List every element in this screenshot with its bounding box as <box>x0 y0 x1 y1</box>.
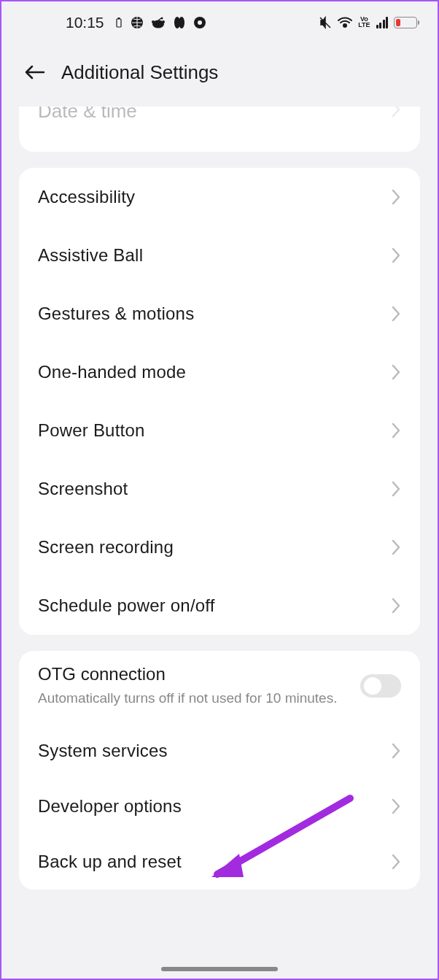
svg-point-11 <box>343 24 346 27</box>
settings-group-1: Accessibility Assistive Ball Gestures & … <box>19 168 420 635</box>
row-desc: Automatically turns off if not used for … <box>38 689 346 709</box>
mute-icon <box>319 16 332 29</box>
chevron-right-icon <box>391 597 401 614</box>
row-gestures[interactable]: Gestures & motions <box>19 285 420 343</box>
status-left: 10:15 <box>66 14 206 31</box>
row-label: Screen recording <box>38 537 174 557</box>
row-label: Date & time <box>38 107 137 123</box>
row-power-button[interactable]: Power Button <box>19 401 420 460</box>
status-time: 10:15 <box>66 14 104 31</box>
svg-point-8 <box>179 17 184 28</box>
row-system-services[interactable]: System services <box>19 723 420 779</box>
row-otg-text: OTG connection Automatically turns off i… <box>38 664 360 709</box>
chevron-right-icon <box>391 422 401 439</box>
row-assistive-ball[interactable]: Assistive Ball <box>19 226 420 285</box>
svg-point-10 <box>198 20 202 25</box>
settings-content: Date & time Accessibility Assistive Ball… <box>1 107 438 890</box>
toggle-knob <box>364 677 381 695</box>
chevron-right-icon <box>391 853 401 871</box>
signal-icon <box>376 17 389 28</box>
row-screen-recording[interactable]: Screen recording <box>19 518 420 576</box>
chevron-right-icon <box>391 742 401 760</box>
reddit-icon <box>151 17 166 28</box>
status-bar: 10:15 VoLTE <box>1 1 438 44</box>
status-right: VoLTE <box>319 16 417 29</box>
row-otg: OTG connection Automatically turns off i… <box>19 651 420 723</box>
charging-icon <box>114 18 123 28</box>
row-label: Accessibility <box>38 187 135 207</box>
row-label: System services <box>38 741 168 761</box>
svg-point-5 <box>162 20 165 23</box>
row-date-time[interactable]: Date & time <box>38 107 401 136</box>
otg-toggle[interactable] <box>360 674 401 698</box>
chevron-right-icon <box>391 539 401 556</box>
chevron-right-icon <box>391 188 401 206</box>
back-button[interactable] <box>23 61 47 84</box>
svg-rect-1 <box>117 18 120 19</box>
row-label: Assistive Ball <box>38 245 143 266</box>
row-label: Power Button <box>38 420 144 441</box>
row-schedule-power[interactable]: Schedule power on/off <box>19 576 420 635</box>
row-label: Back up and reset <box>38 852 182 872</box>
chevron-right-icon <box>391 480 401 498</box>
row-one-handed[interactable]: One-handed mode <box>19 343 420 401</box>
chevron-right-icon <box>391 107 401 121</box>
row-back-up-reset[interactable]: Back up and reset <box>19 834 420 890</box>
volte-icon: VoLTE <box>358 17 370 28</box>
chevron-right-icon <box>391 798 401 815</box>
card-partial: Date & time <box>19 107 420 152</box>
row-screenshot[interactable]: Screenshot <box>19 460 420 518</box>
chevron-right-icon <box>391 247 401 264</box>
chevron-right-icon <box>391 305 401 323</box>
svg-rect-0 <box>117 19 121 27</box>
row-accessibility[interactable]: Accessibility <box>19 168 420 226</box>
row-label: Schedule power on/off <box>38 595 215 616</box>
row-label: Gestures & motions <box>38 304 194 324</box>
globe-icon <box>131 16 144 29</box>
svg-point-4 <box>152 20 155 23</box>
row-label: Developer options <box>38 796 182 817</box>
wifi-icon <box>338 17 352 28</box>
pill-icon <box>173 16 186 29</box>
nav-bar[interactable] <box>161 967 278 971</box>
battery-icon <box>394 17 417 28</box>
row-label: OTG connection <box>38 664 346 684</box>
app-header: Additional Settings <box>1 44 438 101</box>
row-label: Screenshot <box>38 479 128 499</box>
circle-icon <box>193 16 206 29</box>
chevron-right-icon <box>391 363 401 381</box>
settings-group-2: OTG connection Automatically turns off i… <box>19 651 420 890</box>
page-title: Additional Settings <box>61 61 218 84</box>
row-label: One-handed mode <box>38 362 186 382</box>
row-developer-options[interactable]: Developer options <box>19 779 420 834</box>
